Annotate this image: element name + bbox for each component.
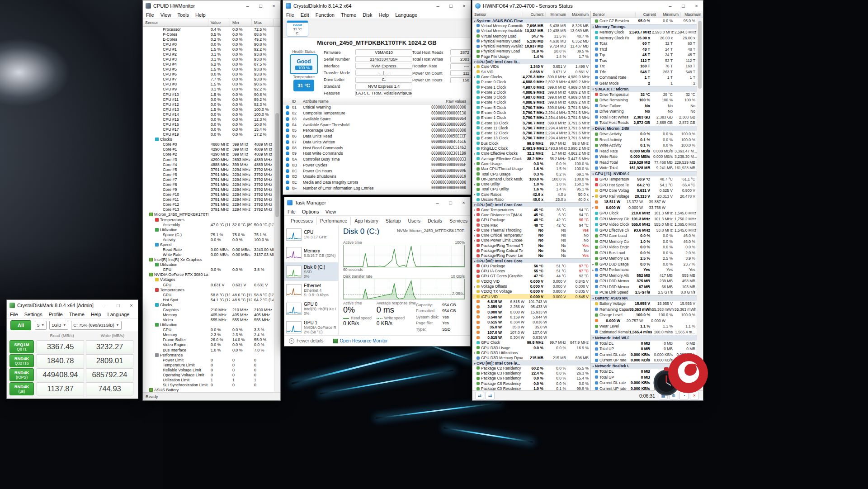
minimize-icon[interactable]: – xyxy=(431,197,444,208)
close-icon[interactable]: × xyxy=(458,0,471,11)
column-min[interactable]: Min xyxy=(230,19,252,26)
scrollbar-thumb[interactable] xyxy=(698,21,702,89)
sensor-row[interactable]: E-core 0 Clock 3,790.7 MHz 2,294.4 MHz 3… xyxy=(472,110,590,115)
sensor-row[interactable]: ▸ Core Power Limit Exceeded No No No xyxy=(472,238,590,243)
menu-item[interactable]: Help xyxy=(376,12,392,18)
column-sensor[interactable]: Sensor xyxy=(143,19,208,26)
sensor-row[interactable]: GPU 0.0 % 0.0 % 3.3 % xyxy=(143,328,274,332)
sensor-row[interactable]: ▸ Core Effective Clocks 32.2 MHz 1.7 MHz… xyxy=(472,151,590,156)
run-test-button[interactable]: RND4K Q32T16 xyxy=(9,354,34,367)
sensor-row[interactable]: Micron_2450_MTFDKBK1T0TFK xyxy=(143,212,274,217)
sensor-row[interactable]: Virtual Memory Load 34.7 % 31.5 % 40.7 % xyxy=(472,33,590,38)
sensor-row[interactable]: Page File Usage 1.4 % 1.4 % 1.7 % xyxy=(472,54,590,59)
sensor-row[interactable]: Drive Warning No No No xyxy=(591,109,697,114)
crystaldiskmark-titlebar[interactable]: CrystalDiskMark 8.0.4 x64 [Admin] – □ × xyxy=(7,300,138,310)
sensor-row[interactable]: GPU Effective Clock 93.6 MHz 53.8 MHz 1,… xyxy=(591,228,697,233)
expander-icon[interactable]: ▾ xyxy=(591,127,595,130)
expander-icon[interactable]: ▸ xyxy=(472,208,476,211)
tab[interactable]: Processes xyxy=(287,217,316,225)
smart-col-raw[interactable]: Raw Values xyxy=(416,99,471,104)
sensor-row[interactable]: Memory Clock 2,593.7 MHz 2,593.0 MHz 2,5… xyxy=(591,29,697,35)
smart-attribute-row[interactable]: 0F Number of Error Information Log Entri… xyxy=(283,185,471,191)
sensor-row[interactable]: ▸ Core Ratios 42.9 x 4.0 x 50.0 x xyxy=(472,192,590,197)
maximize-icon[interactable]: □ xyxy=(254,0,267,11)
sensor-row[interactable]: P-core 3 Clock 4,987.8 MHz 399.0 MHz 4,9… xyxy=(472,95,590,100)
sensor-row[interactable]: ▾ GPU [#1]: NVIDIA GeForc... xyxy=(591,171,697,177)
sensor-row[interactable]: ▾ Memory Timings xyxy=(591,24,697,30)
smart-attribute-row[interactable]: 02 Composite Temperature 000000000000013… xyxy=(283,110,471,116)
sensor-row[interactable]: GPU Clock 210.0 MHz 101.3 MHz 1,545.0 MH… xyxy=(591,210,697,216)
smart-attribute-row[interactable]: 04 Available Spare Threshold 00000000000… xyxy=(283,122,471,128)
sensor-row[interactable]: Video 555 MHz 555 MHz 555 MHz xyxy=(143,318,274,323)
smart-attribute-row[interactable]: 09 Host Write Commands 00000000023811B9 xyxy=(283,151,471,157)
expander-icon[interactable]: ▸ xyxy=(472,285,476,288)
sensor-row[interactable]: CPU IA Cores 55 °C 51 °C 97 °C xyxy=(472,269,590,274)
maximize-icon[interactable]: □ xyxy=(677,0,690,11)
sensor-row[interactable]: Core #7 3791 MHz 2294 MHz 3792 MHz xyxy=(143,177,274,182)
scrollbar[interactable] xyxy=(274,27,280,392)
sensor-row[interactable]: Core C7 Residency 95.0 % 0.0 % 95.0 % xyxy=(591,18,697,24)
menu-item[interactable]: Edit xyxy=(297,12,312,18)
sensor-row[interactable]: E-core 12 Clock 3,790.7 MHz 2,294.4 MHz … xyxy=(472,131,590,136)
sensor-row[interactable]: ▸ Core VIDs 1.340 V 0.651 V 1.499 V xyxy=(472,64,590,69)
sensor-row[interactable]: Read Rate 0.00 MB/s 0.00 MB/s 3243.00 MB… xyxy=(143,247,274,252)
performance-sidebar-item[interactable]: GPU 0 Intel(R) Iris(R) Xe Grap... 0% xyxy=(284,299,338,318)
sensor-row[interactable]: P-core 4 Clock 4,888.9 MHz 399.0 MHz 4,8… xyxy=(472,100,590,105)
sensor-row[interactable]: Wear Level 1.1 % 1.1 % 1.1 % xyxy=(591,323,697,329)
sensor-row[interactable]: Battery Voltage 15.955 V 15.955 V 15.955… xyxy=(591,301,697,307)
menu-item[interactable]: Language xyxy=(392,12,420,18)
sensor-row[interactable]: Graphics 210 MHz 210 MHz 2100 MHz xyxy=(143,307,274,312)
tab[interactable]: Users xyxy=(405,217,424,225)
close-icon[interactable]: × xyxy=(457,197,470,208)
sensor-row[interactable]: Read Total 229,529 MB 77,468 MB 229,529 … xyxy=(591,160,697,166)
smart-attribute-row[interactable]: 03 Available Spare 0000000000000064 xyxy=(283,116,471,122)
minimize-icon[interactable]: – xyxy=(431,0,444,11)
run-all-button[interactable]: All xyxy=(10,320,31,330)
expander-icon[interactable]: ▸ xyxy=(591,195,595,198)
sensor-row[interactable]: Core #1 4290 MHz 399 MHz 4889 MHz xyxy=(143,147,274,152)
sensor-row[interactable]: Video Engine 0.0 % 0.0 % 0.0 % xyxy=(143,342,274,347)
expander-icon[interactable]: ▸ xyxy=(472,351,476,354)
menu-item[interactable]: File xyxy=(284,209,299,214)
expander-icon[interactable]: ▾ xyxy=(591,25,595,28)
sensor-row[interactable]: GPU Memory Clock 101.3 MHz 101.3 MHz 1,7… xyxy=(591,216,697,222)
expander-icon[interactable]: ▾ xyxy=(591,365,595,368)
expander-icon[interactable]: ▸ xyxy=(591,268,595,271)
maximize-icon[interactable]: □ xyxy=(444,0,458,11)
sensor-row[interactable]: Speed xyxy=(143,242,274,247)
expander-icon[interactable]: ▸ xyxy=(472,193,476,196)
run-test-button[interactable]: RND4K (µs) xyxy=(9,382,34,395)
menu-item[interactable]: File xyxy=(7,312,21,317)
column-sensor[interactable]: Sensor xyxy=(472,12,523,17)
sensor-row[interactable]: Core #11 3791 MHz 2294 MHz 3792 MHz xyxy=(143,197,274,202)
sensor-row[interactable]: E-Cores 0.2 % 0.0 % 49.2 % xyxy=(143,37,274,42)
scrollbar-thumb[interactable] xyxy=(275,113,279,217)
smart-attribute-row[interactable]: 08 Host Read Commands 0000000002C51462 xyxy=(283,145,471,151)
tab[interactable]: Performance xyxy=(316,217,351,225)
sensor-row[interactable]: Package C0 Residency 1.0 % 0.1 % 99.9 % xyxy=(472,386,590,390)
expander-icon[interactable]: ▸ xyxy=(591,262,595,266)
sensor-row[interactable]: CPU #10 1.5 % 0.0 % 90.8 % xyxy=(143,92,274,97)
menu-item[interactable]: Options xyxy=(299,209,322,214)
column-current[interactable]: Current xyxy=(523,12,545,17)
sensor-row[interactable]: GPU D3D Usage 0.0 % 0.0 % 16.9 % xyxy=(472,345,590,350)
sensor-row[interactable]: ▾ Network: Intel Wi-Fi 6E AX... xyxy=(591,335,697,341)
close-icon[interactable]: × xyxy=(267,0,280,11)
performance-sidebar-item[interactable]: Ethernet Ethernet 4 S: 0 R: 0 Kbps xyxy=(284,281,338,299)
menu-item[interactable]: Theme xyxy=(66,312,88,317)
sensor-row[interactable]: ▸ Core Thermal Throttling No No Yes xyxy=(472,228,590,233)
temperature-box[interactable]: 31 °C xyxy=(293,80,314,91)
target-drive-select[interactable]: C: 75% (698/931GiB)▼ xyxy=(71,321,121,330)
sensor-row[interactable]: CPU #5 1.5 % 0.0 % 93.8 % xyxy=(143,67,274,72)
sensor-row[interactable]: Estimated Remaining Time 1,565.4 mins 16… xyxy=(591,329,697,335)
sensor-row[interactable]: Total Host Reads 2,872 GB 2,869 GB 2,872… xyxy=(591,120,697,126)
expander-icon[interactable]: ▾ xyxy=(472,362,476,365)
smart-attribute-row[interactable]: 07 Data Units Written 00000000004C4616 xyxy=(283,139,471,145)
sensor-row[interactable]: CPU #2 3.1 % 0.0 % 93.8 % xyxy=(143,52,274,57)
sensor-row[interactable]: CPU #11 0.0 % 0.0 % 89.2 % xyxy=(143,97,274,102)
minimize-icon[interactable]: – xyxy=(241,0,254,11)
sensor-row[interactable]: E-core 13 Clock 3,790.7 MHz 2,294.4 MHz … xyxy=(472,136,590,141)
sensor-row[interactable]: Utilization Limit 1 1 1 xyxy=(143,377,274,382)
sensor-row[interactable]: ▾ CPU [#0]: Intel Core Core... xyxy=(472,258,590,263)
test-size-select[interactable]: 1GiB▼ xyxy=(49,321,68,330)
